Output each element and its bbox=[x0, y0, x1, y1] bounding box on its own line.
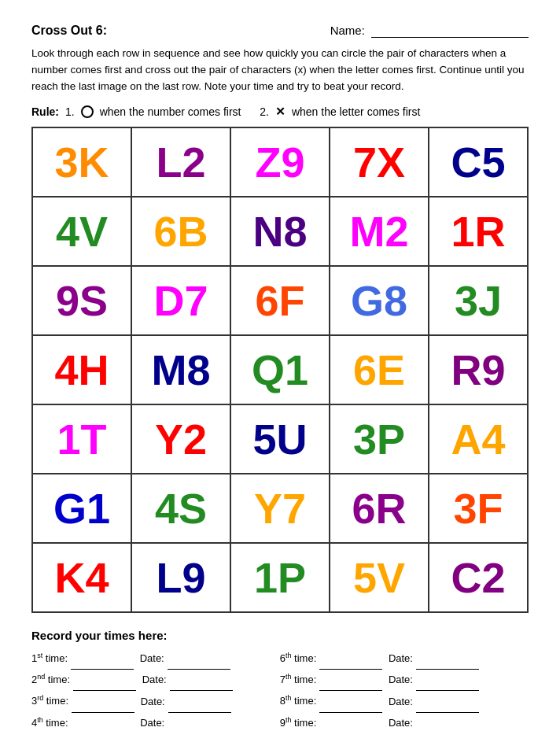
time-line bbox=[319, 692, 382, 713]
rule-item1-num: 1. bbox=[65, 105, 75, 118]
grid-cell-5-3: 6R bbox=[330, 474, 429, 543]
times-container: 1st time: Date: 2nd time: Date: 3rd time… bbox=[31, 648, 529, 731]
grid-row-3: 4HM8Q16ER9 bbox=[32, 335, 528, 404]
grid-cell-0-1: L2 bbox=[131, 127, 230, 197]
grid-cell-5-2: Y7 bbox=[230, 474, 330, 543]
grid-cell-1-1: 6B bbox=[131, 197, 230, 266]
grid-row-2: 9SD76FG83J bbox=[32, 266, 528, 335]
grid-cell-3-3: 6E bbox=[330, 335, 429, 404]
date-line bbox=[170, 670, 233, 691]
grid-cell-3-1: M8 bbox=[131, 335, 230, 404]
grid-cell-5-4: 3F bbox=[429, 474, 528, 543]
character-grid: 3KL2Z97XC54V6BN8M21R9SD76FG83J4HM8Q16ER9… bbox=[31, 127, 529, 613]
page-title: Cross Out 6: bbox=[31, 24, 107, 38]
instructions: Look through each row in sequence and se… bbox=[31, 46, 529, 95]
grid-cell-2-0: 9S bbox=[32, 266, 131, 335]
time-line bbox=[319, 648, 382, 670]
grid-cell-1-2: N8 bbox=[230, 197, 330, 266]
time-line bbox=[73, 670, 136, 691]
grid-cell-6-1: L9 bbox=[131, 543, 230, 612]
grid-row-5: G14SY76R3F bbox=[32, 474, 528, 543]
grid-cell-4-2: 5U bbox=[230, 404, 330, 474]
time-row-9: 9th time: Date: bbox=[280, 713, 484, 731]
grid-cell-2-3: G8 bbox=[330, 266, 429, 335]
time-row-7: 7th time: Date: bbox=[280, 670, 484, 691]
grid-cell-4-3: 3P bbox=[330, 404, 429, 474]
grid-cell-4-4: A4 bbox=[429, 404, 528, 474]
time-row-1: 1st time: Date: bbox=[31, 648, 233, 670]
time-line bbox=[319, 670, 382, 691]
grid-cell-1-4: 1R bbox=[429, 197, 528, 266]
time-row-8: 8th time: Date: bbox=[280, 691, 484, 712]
date-line bbox=[416, 692, 479, 713]
time-line bbox=[72, 713, 134, 731]
rule-item1-text: when the number comes first bbox=[100, 105, 241, 118]
grid-cell-6-0: K4 bbox=[32, 543, 131, 612]
time-line bbox=[319, 713, 382, 731]
grid-cell-0-3: 7X bbox=[330, 127, 429, 197]
record-section: Record your times here: 1st time: Date: … bbox=[31, 629, 529, 731]
date-line bbox=[416, 713, 479, 731]
name-line bbox=[371, 24, 529, 38]
time-line bbox=[72, 692, 134, 713]
date-line bbox=[168, 648, 230, 670]
time-row-4: 4th time: Date: bbox=[31, 713, 233, 731]
date-line bbox=[416, 648, 479, 670]
grid-cell-1-3: M2 bbox=[330, 197, 429, 266]
grid-row-1: 4V6BN8M21R bbox=[32, 197, 528, 266]
time-row-3: 3rd time: Date: bbox=[31, 691, 233, 712]
grid-cell-0-4: C5 bbox=[429, 127, 528, 197]
grid-row-0: 3KL2Z97XC5 bbox=[32, 127, 528, 197]
grid-cell-5-0: G1 bbox=[32, 474, 131, 543]
time-row-2: 2nd time: Date: bbox=[31, 670, 233, 691]
rule-label: Rule: bbox=[31, 105, 59, 118]
grid-cell-3-2: Q1 bbox=[230, 335, 330, 404]
grid-cell-2-2: 6F bbox=[230, 266, 330, 335]
left-times-col: 1st time: Date: 2nd time: Date: 3rd time… bbox=[31, 648, 233, 731]
grid-cell-0-2: Z9 bbox=[230, 127, 330, 197]
grid-cell-0-0: 3K bbox=[32, 127, 131, 197]
record-title: Record your times here: bbox=[31, 629, 529, 642]
grid-cell-2-1: D7 bbox=[131, 266, 230, 335]
date-line bbox=[168, 713, 230, 731]
grid-cell-5-1: 4S bbox=[131, 474, 230, 543]
grid-cell-6-2: 1P bbox=[230, 543, 330, 612]
grid-cell-2-4: 3J bbox=[429, 266, 528, 335]
right-times-col: 6th time: Date: 7th time: Date: 8th time… bbox=[280, 648, 484, 731]
grid-cell-1-0: 4V bbox=[32, 197, 131, 266]
grid-cell-3-4: R9 bbox=[429, 335, 528, 404]
grid-cell-4-1: Y2 bbox=[131, 404, 230, 474]
grid-cell-4-0: 1T bbox=[32, 404, 131, 474]
grid-cell-3-0: 4H bbox=[32, 335, 131, 404]
grid-row-6: K4L91P5VC2 bbox=[32, 543, 528, 612]
grid-row-4: 1TY25U3PA4 bbox=[32, 404, 528, 474]
date-line bbox=[416, 670, 479, 691]
rule-item2-num: 2. bbox=[260, 105, 269, 118]
grid-cell-6-3: 5V bbox=[330, 543, 429, 612]
rule-circle-icon bbox=[81, 105, 94, 118]
rule-item2-text: when the letter comes first bbox=[292, 105, 420, 118]
header-row: Cross Out 6: Name: bbox=[31, 24, 529, 38]
grid-cell-6-4: C2 bbox=[429, 543, 528, 612]
date-line bbox=[168, 692, 231, 713]
time-row-6: 6th time: Date: bbox=[280, 648, 484, 670]
name-label: Name: bbox=[330, 24, 529, 38]
time-line bbox=[71, 648, 134, 670]
rule-x-icon: ✕ bbox=[275, 105, 286, 119]
rule-row: Rule: 1. when the number comes first 2. … bbox=[31, 105, 529, 119]
